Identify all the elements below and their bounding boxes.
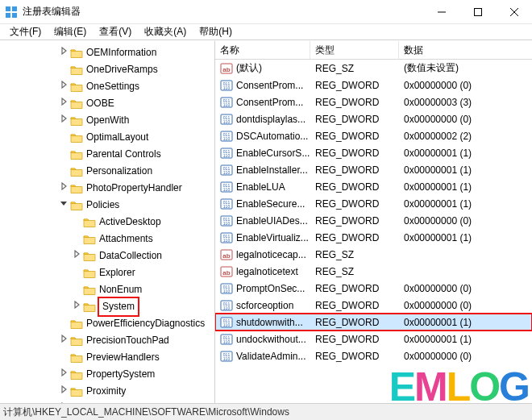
svg-text:110: 110 xyxy=(223,356,231,361)
tree-item[interactable]: PowerEfficiencyDiagnostics xyxy=(0,315,214,332)
tree-item[interactable]: NonEnum xyxy=(0,281,214,298)
value-row[interactable]: ab(默认)REG_SZ(数值未设置) xyxy=(215,60,532,77)
binary-value-icon: 011110 xyxy=(220,231,233,244)
minimize-button[interactable] xyxy=(423,0,459,23)
tree-item[interactable]: System xyxy=(0,298,214,315)
tree-pane[interactable]: OEMInformationOneDriveRampsOneSettingsOO… xyxy=(0,41,215,403)
tree-item[interactable]: OptimalLayout xyxy=(0,129,214,146)
tree-item[interactable]: Policies xyxy=(0,197,214,214)
tree-item[interactable]: Parental Controls xyxy=(0,146,214,163)
svg-rect-3 xyxy=(12,13,17,18)
folder-icon xyxy=(70,98,83,110)
tree-item-label: PowerEfficiencyDiagnostics xyxy=(86,315,205,332)
value-row[interactable]: 011110DSCAutomatio...REG_DWORD0x00000002… xyxy=(215,127,532,144)
tree-item[interactable]: OpenWith xyxy=(0,112,214,129)
tree-expander-icon[interactable] xyxy=(58,111,69,128)
value-data: 0x00000001 (1) xyxy=(399,198,532,210)
tree-item-label: OneSettings xyxy=(86,78,139,95)
value-data: 0x00000000 (0) xyxy=(399,283,532,294)
value-row[interactable]: 011110EnableCursorS...REG_DWORD0x0000000… xyxy=(215,144,532,161)
tree-item[interactable]: OneDriveRamps xyxy=(0,61,214,78)
menu-help[interactable]: 帮助(H) xyxy=(193,23,239,40)
tree-item[interactable]: PreviewHandlers xyxy=(0,349,214,366)
binary-value-icon: 011110 xyxy=(220,96,233,109)
tree-item-label: PreviewHandlers xyxy=(86,349,160,366)
value-data: 0x00000000 (0) xyxy=(399,215,532,227)
tree-expander-icon[interactable] xyxy=(58,77,69,94)
folder-icon xyxy=(70,48,83,59)
statusbar: 计算机\HKEY_LOCAL_MACHINE\SOFTWARE\Microsof… xyxy=(0,403,532,420)
value-row[interactable]: 011110dontdisplaylas...REG_DWORD0x000000… xyxy=(215,110,532,127)
tree-item[interactable]: PrecisionTouchPad xyxy=(0,332,214,349)
tree-expander-icon[interactable] xyxy=(58,44,69,60)
value-type: REG_DWORD xyxy=(310,114,399,125)
tree-item[interactable]: Personalization xyxy=(0,163,214,180)
value-data: (数值未设置) xyxy=(399,61,532,75)
value-row[interactable]: 011110ConsentProm...REG_DWORD0x00000003 … xyxy=(215,94,532,110)
tree-expander-icon[interactable] xyxy=(58,94,69,111)
tree-expander-icon[interactable] xyxy=(58,196,69,213)
list-body: ab(默认)REG_SZ(数值未设置)011110ConsentProm...R… xyxy=(215,60,532,364)
tree-expander-icon[interactable] xyxy=(58,331,69,348)
tree-item[interactable]: Attachments xyxy=(0,231,214,247)
tree-item-label: PhotoPropertyHandler xyxy=(86,180,182,197)
tree-expander-icon[interactable] xyxy=(58,382,69,399)
value-row[interactable]: 011110shutdownwith...REG_DWORD0x00000001… xyxy=(215,314,532,331)
folder-icon xyxy=(70,149,83,160)
svg-text:110: 110 xyxy=(223,306,231,310)
binary-value-icon: 011110 xyxy=(220,350,233,363)
svg-text:110: 110 xyxy=(223,119,231,124)
folder-icon xyxy=(83,285,96,296)
menu-view[interactable]: 查看(V) xyxy=(93,23,138,40)
menu-edit[interactable]: 编辑(E) xyxy=(48,23,93,40)
value-row[interactable]: 011110ValidateAdmin...REG_DWORD0x0000000… xyxy=(215,347,532,364)
col-header-data[interactable]: 数据 xyxy=(399,41,532,59)
tree-expander-icon[interactable] xyxy=(71,297,82,314)
folder-icon xyxy=(70,81,83,93)
value-row[interactable]: ablegalnoticecap...REG_SZ xyxy=(215,246,532,263)
tree-item[interactable]: OEMInformation xyxy=(0,44,214,61)
value-name: ConsentProm... xyxy=(236,97,303,108)
value-row[interactable]: 011110scforceoptionREG_DWORD0x00000000 (… xyxy=(215,297,532,314)
folder-icon xyxy=(70,369,83,380)
menu-file[interactable]: 文件(F) xyxy=(3,23,48,40)
tree-expander-icon[interactable] xyxy=(58,365,69,382)
close-button[interactable] xyxy=(496,0,532,23)
value-row[interactable]: 011110EnableUIADes...REG_DWORD0x00000000… xyxy=(215,212,532,229)
value-name: EnableUIADes... xyxy=(236,215,308,227)
value-name: PromptOnSec... xyxy=(236,283,305,294)
list-pane[interactable]: 名称 类型 数据 ab(默认)REG_SZ(数值未设置)011110Consen… xyxy=(215,41,532,403)
tree-item[interactable]: OneSettings xyxy=(0,78,214,95)
maximize-button[interactable] xyxy=(459,0,496,23)
value-type: REG_DWORD xyxy=(310,181,399,193)
tree-item[interactable]: OOBE xyxy=(0,95,214,112)
tree-expander-icon[interactable] xyxy=(58,179,69,196)
value-type: REG_DWORD xyxy=(310,300,399,311)
value-row[interactable]: 011110EnableLUAREG_DWORD0x00000001 (1) xyxy=(215,178,532,195)
tree-item[interactable]: PhotoPropertyHandler xyxy=(0,180,214,197)
menu-favorites[interactable]: 收藏夹(A) xyxy=(138,23,193,40)
tree-item[interactable]: ActiveDesktop xyxy=(0,214,214,231)
value-row[interactable]: 011110PromptOnSec...REG_DWORD0x00000000 … xyxy=(215,280,532,297)
tree-item[interactable]: DataCollection xyxy=(0,247,214,264)
col-header-name[interactable]: 名称 xyxy=(215,41,310,59)
value-row[interactable]: 011110undockwithout...REG_DWORD0x0000000… xyxy=(215,331,532,347)
tree-item[interactable]: Proximity xyxy=(0,383,214,400)
value-row[interactable]: 011110EnableVirtualiz...REG_DWORD0x00000… xyxy=(215,229,532,246)
tree-item-label: ActiveDesktop xyxy=(99,214,161,231)
tree-item[interactable]: Explorer xyxy=(0,264,214,281)
string-value-icon: ab xyxy=(220,62,233,75)
col-header-type[interactable]: 类型 xyxy=(310,41,399,59)
tree-item-label: OptimalLayout xyxy=(86,129,148,146)
value-name-cell: ablegalnoticecap... xyxy=(215,248,310,261)
value-row[interactable]: 011110EnableSecure...REG_DWORD0x00000001… xyxy=(215,195,532,212)
value-row[interactable]: 011110ConsentProm...REG_DWORD0x00000000 … xyxy=(215,77,532,94)
tree-item[interactable]: PropertySystem xyxy=(0,366,214,383)
value-row[interactable]: 011110EnableInstaller...REG_DWORD0x00000… xyxy=(215,161,532,178)
value-type: REG_DWORD xyxy=(310,131,399,142)
tree-expander-icon[interactable] xyxy=(71,247,82,264)
tree-item-label: Personalization xyxy=(86,163,152,180)
value-row[interactable]: ablegalnoticetextREG_SZ xyxy=(215,263,532,280)
value-type: REG_DWORD xyxy=(310,232,399,243)
folder-icon xyxy=(83,234,96,245)
